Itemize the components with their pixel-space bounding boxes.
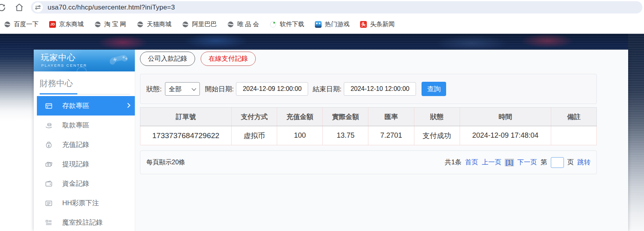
- address-bar[interactable]: usa70.cc/hhcp/usercenter.html?iniType=3: [31, 1, 642, 13]
- main-content: 公司入款記錄 在線支付記錄 狀態: 全部 開始日期: 結束日期: 查詢: [135, 50, 628, 231]
- recharge-bag-icon: [45, 141, 53, 149]
- cell-rate: 7.2701: [368, 126, 414, 145]
- pagination-bar: 每頁顯示20條 共1条 首页 上一页 [1] 下一页 第 页 跳转: [140, 150, 597, 174]
- sidebar-item-label: 存款專區: [62, 101, 89, 110]
- header-status: 狀態: [414, 108, 460, 126]
- bookmark-games[interactable]: 热门游戏: [315, 20, 349, 29]
- cash-notes-icon: [45, 160, 53, 168]
- site-settings-icon[interactable]: [33, 2, 43, 12]
- status-select[interactable]: 全部: [165, 82, 200, 96]
- sidebar-item-funds-records[interactable]: 資金記錄: [37, 174, 135, 193]
- current-page-indicator: [1]: [505, 159, 514, 166]
- sidebar-item-label: 魔室投註記錄: [62, 218, 103, 227]
- bookmark-label: 淘 宝 网: [104, 20, 126, 29]
- sidebar-section-divider: [40, 94, 130, 94]
- status-label: 狀態:: [146, 85, 162, 94]
- bookmark-baidu[interactable]: 百度一下: [4, 20, 38, 29]
- globe-icon: [137, 21, 144, 28]
- jd-icon: JD: [49, 21, 56, 28]
- sidebar-item-label: 提現記錄: [62, 160, 89, 169]
- pager-controls: 共1条 首页 上一页 [1] 下一页 第 页 跳转: [445, 157, 590, 168]
- bookmark-taobao[interactable]: 淘 宝 网: [94, 20, 126, 29]
- deposit-card-icon: [45, 102, 53, 110]
- next-page-link[interactable]: 下一页: [518, 158, 537, 167]
- jump-label-post: 页: [567, 158, 574, 167]
- header-remark: 備註: [551, 108, 596, 126]
- cell-pay-method: 虚拟币: [232, 126, 277, 145]
- globe-icon: [182, 21, 189, 28]
- sidebar-item-label: 資金記錄: [62, 179, 89, 188]
- cell-actual-amount: 13.75: [323, 126, 368, 145]
- end-date-input[interactable]: [344, 82, 416, 96]
- cell-order-no: 1733737684729622: [140, 126, 232, 145]
- header-time: 時間: [460, 108, 551, 126]
- gamepad-icon: [108, 52, 132, 69]
- bookmark-label: 唯 品 会: [237, 20, 259, 29]
- records-table: 訂單號 支付方式 充值金額 實際金額 匯率 狀態 時間 備註 173373768: [140, 107, 597, 145]
- screen: usa70.cc/hhcp/usercenter.html?iniType=3 …: [0, 0, 644, 231]
- status-select-wrap: 全部: [165, 82, 200, 96]
- jump-label-pre: 第: [540, 158, 547, 167]
- bookmark-jd[interactable]: JD 京东商城: [49, 20, 84, 29]
- page-size-text: 每頁顯示20條: [146, 158, 185, 167]
- sidebar-item-withdraw-records[interactable]: 提現記錄: [37, 154, 135, 174]
- software-download-icon: [270, 21, 276, 28]
- bookmark-tmall[interactable]: 天猫商城: [137, 20, 171, 29]
- withdraw-hand-icon: [45, 121, 53, 129]
- filter-bar: 狀態: 全部 開始日期: 結束日期: 查詢: [140, 74, 597, 104]
- tab-company-deposit-records[interactable]: 公司入款記錄: [140, 52, 195, 66]
- jump-action-link[interactable]: 跳转: [577, 158, 590, 167]
- bookmark-label: 百度一下: [14, 20, 38, 29]
- cell-recharge-amount: 100: [277, 126, 323, 145]
- background-right-strip: [628, 34, 644, 231]
- home-icon[interactable]: [14, 2, 24, 12]
- prev-page-link[interactable]: 上一页: [482, 158, 502, 167]
- sidebar-item-recharge-records[interactable]: 充值記錄: [37, 135, 135, 154]
- sidebar-item-deposit[interactable]: 存款專區: [37, 96, 135, 116]
- cell-remark: [551, 126, 596, 145]
- url-text[interactable]: usa70.cc/hhcp/usercenter.html?iniType=3: [48, 1, 175, 13]
- chevron-right-icon: [125, 103, 130, 108]
- sidebar-item-withdraw[interactable]: 取款專區: [37, 116, 135, 135]
- bookmark-label: 软件下载: [280, 20, 304, 29]
- total-count-text: 共1条: [445, 158, 461, 167]
- query-button[interactable]: 查詢: [422, 82, 446, 96]
- bookmark-label: 京东商城: [59, 20, 84, 29]
- end-date-label: 結束日期:: [312, 85, 341, 94]
- sidebar-section-title: 財務中心: [40, 71, 129, 89]
- bookmark-software[interactable]: 软件下载: [270, 20, 304, 29]
- browser-toolbar: usa70.cc/hhcp/usercenter.html?iniType=3: [0, 0, 644, 15]
- bookmark-alibaba[interactable]: 阿里巴巴: [182, 20, 217, 29]
- sidebar-item-hh-lottery-bet[interactable]: HH彩票下注: [37, 193, 135, 213]
- sidebar-item-label: 取款專區: [62, 121, 89, 130]
- bookmark-toutiao[interactable]: 头 头条新闻: [360, 20, 395, 29]
- first-page-link[interactable]: 首页: [465, 158, 478, 167]
- page-background: 玩家中心 PLAYERS CENTER 財務中心: [0, 34, 644, 231]
- sidebar-menu: 存款專區 取款專區 充值記錄 提現記錄: [34, 96, 135, 231]
- bookmark-label: 头条新闻: [370, 20, 395, 29]
- tab-online-payment-records[interactable]: 在線支付記錄: [201, 52, 256, 66]
- cell-status: 支付成功: [414, 126, 460, 145]
- header-rate: 匯率: [368, 108, 414, 126]
- header-actual-amount: 實際金額: [323, 108, 368, 126]
- toutiao-icon: 头: [360, 21, 367, 28]
- sidebar-item-label: HH彩票下注: [62, 198, 99, 208]
- content-panel: 玩家中心 PLAYERS CENTER 財務中心: [34, 50, 628, 231]
- bookmark-label: 热门游戏: [325, 20, 349, 29]
- header-recharge-amount: 充值金額: [277, 108, 323, 126]
- cell-time: 2024-12-09 17:48:04: [460, 126, 551, 145]
- bookmarks-bar: 百度一下 JD 京东商城 淘 宝 网 天猫商城 阿里巴巴 唯 品 会 软件下载: [0, 15, 644, 34]
- sidebar-item-bet-records[interactable]: 魔室投註記錄: [37, 213, 135, 231]
- globe-icon: [4, 21, 11, 28]
- start-date-input[interactable]: [236, 82, 308, 96]
- sidebar-item-label: 充值記錄: [62, 140, 89, 149]
- bookmark-label: 阿里巴巴: [192, 20, 217, 29]
- reload-icon[interactable]: [0, 3, 6, 12]
- bookmark-vip[interactable]: 唯 品 会: [227, 20, 259, 29]
- players-center-banner: 玩家中心 PLAYERS CENTER: [34, 50, 135, 71]
- header-pay-method: 支付方式: [232, 108, 277, 126]
- sidebar: 玩家中心 PLAYERS CENTER 財務中心: [34, 50, 135, 231]
- game-robot-icon: [315, 21, 322, 28]
- table-header-row: 訂單號 支付方式 充值金額 實際金額 匯率 狀態 時間 備註: [140, 108, 597, 126]
- jump-page-input[interactable]: [551, 157, 564, 168]
